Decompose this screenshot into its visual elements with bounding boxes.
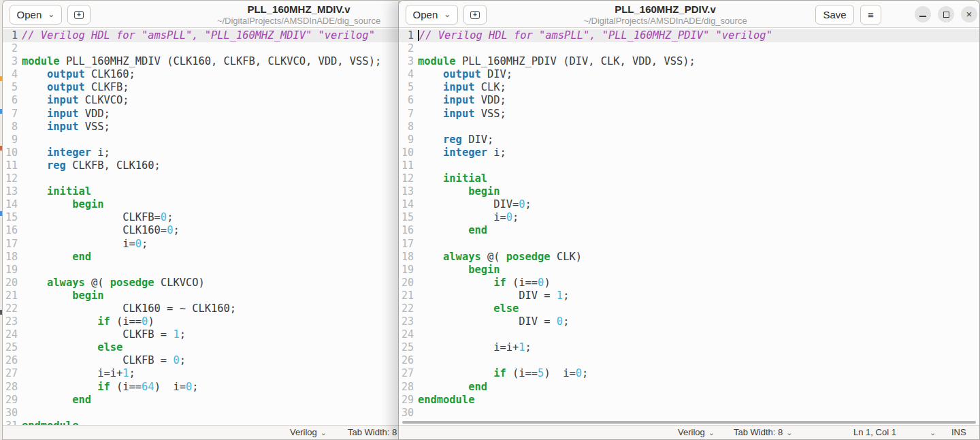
cursor-position[interactable]: Ln 1, Col 1 [853, 427, 896, 437]
line-number: 18 [3, 251, 18, 264]
code-text: initial [414, 172, 487, 185]
code-text [414, 328, 418, 341]
code-text: integer i; [18, 146, 110, 159]
insert-mode-indicator[interactable]: INS [951, 427, 966, 437]
language-label: Verilog [290, 427, 317, 437]
chevron-down-icon: ⌄ [708, 428, 715, 437]
code-text: CLKFB = 1; [18, 328, 186, 341]
line-number: 16 [399, 224, 414, 237]
code-line: 2 [399, 42, 979, 55]
line-number: 21 [399, 289, 414, 302]
horizontal-scrollbar[interactable] [402, 421, 976, 424]
code-line: 30 [399, 407, 979, 420]
close-icon: × [966, 9, 973, 19]
line-number: 28 [399, 381, 414, 394]
code-text [18, 407, 22, 420]
new-tab-button[interactable]: + [463, 5, 487, 25]
code-line: 10 integer i; [399, 146, 979, 159]
line-number: 7 [399, 108, 414, 121]
line-number: 14 [3, 198, 18, 211]
close-button[interactable]: × [961, 6, 977, 22]
code-line: 21 DIV = 1; [399, 289, 979, 302]
line-number: 23 [3, 315, 18, 328]
menu-button[interactable]: ≡ [860, 5, 881, 25]
right-code-editor[interactable]: 1// Verilog HDL for "amsPLL", "PLL_160MH… [399, 28, 979, 426]
left-editor-window: Open ⌄ + PLL_160MHZ_MDIV.v ~/DigitalProj… [2, 0, 398, 440]
code-line: 8 [399, 121, 979, 133]
code-line: 29 end [3, 394, 398, 407]
code-text: CLKFB = 0; [18, 354, 186, 367]
new-tab-button[interactable]: + [67, 5, 91, 25]
code-text [18, 133, 22, 146]
code-line: 20 if (i==0) [399, 277, 979, 289]
line-number: 6 [3, 94, 18, 107]
tab-width-label: Tab Width: 8 [734, 427, 783, 437]
line-number: 2 [3, 42, 18, 55]
maximize-button[interactable] [938, 6, 954, 22]
cursor-position-label: Ln 1, Col 1 [853, 427, 896, 437]
minimize-icon [919, 16, 926, 17]
code-text: CLKFB=0; [18, 211, 173, 224]
code-text: if (i==0) [18, 315, 154, 328]
code-text: end [414, 381, 487, 394]
code-text [414, 121, 418, 133]
minimize-button[interactable] [915, 6, 931, 22]
line-number: 3 [3, 55, 18, 68]
code-line: 24 CLKFB = 1; [3, 328, 398, 341]
code-text [414, 42, 418, 55]
code-text: else [414, 302, 519, 315]
line-number: 14 [399, 198, 414, 211]
code-text: input VSS; [18, 121, 110, 133]
code-text: end [414, 224, 487, 237]
line-number: 10 [3, 146, 18, 159]
line-number: 22 [3, 302, 18, 315]
code-text: input VDD; [18, 108, 110, 121]
line-number: 19 [399, 264, 414, 277]
line-number: 29 [399, 394, 414, 407]
tab-width-selector[interactable]: Tab Width: 8⌄ [734, 427, 792, 437]
code-line: 3module PLL_160MHZ_MDIV (CLK160, CLKFB, … [3, 55, 398, 68]
code-text: if (i==5) i=0; [414, 367, 588, 380]
line-number: 7 [3, 108, 18, 121]
code-text: output DIV; [414, 68, 512, 81]
right-editor-window: Open ⌄ + PLL_160MHZ_PDIV.v ~/DigitalProj… [398, 0, 980, 440]
line-number: 27 [3, 367, 18, 380]
language-selector[interactable]: Verilog⌄ [290, 427, 327, 437]
code-text: else [18, 341, 122, 354]
code-text: always @( posedge CLKVCO) [18, 277, 205, 289]
open-button-label: Open [17, 9, 42, 20]
line-number: 16 [3, 224, 18, 237]
code-line: 19 begin [399, 264, 979, 277]
code-text: end [18, 251, 91, 264]
language-selector[interactable]: Verilog⌄ [678, 427, 715, 437]
open-button[interactable]: Open ⌄ [406, 5, 458, 25]
code-line: 22 else [399, 302, 979, 315]
code-text: always @( posedge CLK) [414, 251, 582, 264]
maximize-icon [943, 12, 949, 18]
code-line: 26 CLKFB = 0; [3, 354, 398, 367]
code-text: i=0; [414, 211, 519, 224]
code-text [18, 42, 22, 55]
code-line: 3module PLL_160MHZ_PDIV (DIV, CLK, VDD, … [399, 55, 979, 68]
line-number: 30 [3, 407, 18, 420]
code-text: input CLKVCO; [18, 94, 129, 107]
line-number: 13 [3, 185, 18, 198]
left-code-editor[interactable]: 1// Verilog HDL for "amsPLL", "PLL_160MH… [3, 28, 398, 426]
line-number: 29 [3, 394, 18, 407]
line-number: 1 [399, 29, 414, 42]
left-statusbar: Verilog⌄ Tab Width: 8 [3, 425, 398, 439]
open-button[interactable]: Open ⌄ [10, 5, 62, 25]
line-number: 8 [3, 121, 18, 133]
line-number: 26 [399, 354, 414, 367]
code-line: 29endmodule [399, 394, 979, 407]
tab-width-selector[interactable]: Tab Width: 8 [348, 427, 397, 437]
code-text [414, 407, 418, 420]
code-line: 30 [3, 407, 398, 420]
code-text [414, 354, 418, 367]
save-button[interactable]: Save [815, 5, 854, 25]
code-text: CLK160=0; [18, 224, 180, 237]
chevron-down-icon[interactable]: ⌄ [930, 428, 936, 437]
save-button-label: Save [823, 9, 846, 20]
code-line: 26 [399, 354, 979, 367]
chevron-down-icon: ⌄ [48, 10, 54, 19]
